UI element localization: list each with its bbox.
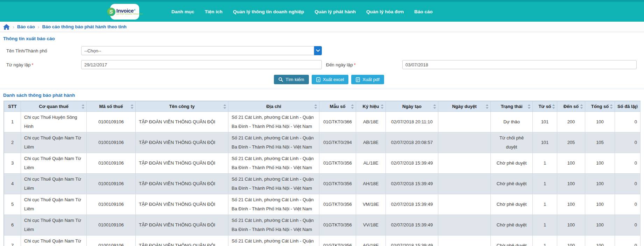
table-row[interactable]: 4Chi cục Thuế Quận Nam Từ Liêm0100109106… bbox=[4, 174, 641, 194]
table-row[interactable]: 6Chi cục Thuế Quận Nam Từ Liêm0100109106… bbox=[4, 215, 641, 236]
cell-tu-so: 1 bbox=[533, 153, 557, 174]
cell-ten-cong-ty: TẬP ĐOÀN VIỄN THÔNG QUÂN ĐỘI bbox=[136, 215, 228, 236]
nav-item-1[interactable]: Danh mục bbox=[171, 9, 194, 14]
cell-ma-so-thue: 0100109106 bbox=[87, 236, 136, 246]
col-header-dia-chi[interactable]: Địa chỉ bbox=[228, 101, 319, 112]
from-date-input[interactable] bbox=[81, 60, 322, 69]
col-header-ngay-duyet[interactable]: Ngày duyệt bbox=[438, 101, 491, 112]
col-header-label: Tên công ty bbox=[169, 104, 195, 109]
sort-icon[interactable] bbox=[433, 104, 436, 109]
cell-stt: 5 bbox=[4, 194, 21, 215]
table-row[interactable]: 3Chi cục Thuế Quận Nam Từ Liêm0100109106… bbox=[4, 153, 641, 174]
cell-mau-so: 01GTKT0/356 bbox=[319, 215, 356, 236]
cell-ten-cong-ty: TẬP ĐOÀN VIỄN THÔNG QUÂN ĐỘI bbox=[136, 194, 228, 215]
col-header-co-quan-thue[interactable]: Cơ quan thuế bbox=[21, 101, 87, 112]
sort-icon[interactable] bbox=[82, 104, 85, 109]
col-header-ten-cong-ty[interactable]: Tên công ty bbox=[136, 101, 228, 112]
app-logo[interactable]: S Invoice» GIẢI PHÁP HÓA ĐƠN THÔNG MINH bbox=[110, 4, 139, 20]
sort-icon[interactable] bbox=[528, 104, 531, 109]
main-navigation: Danh mụcTiện íchQuản lý thông tin doanh … bbox=[171, 9, 433, 14]
col-header-label: Mã số thuế bbox=[99, 104, 123, 109]
nav-item-6[interactable]: Báo cáo bbox=[414, 9, 433, 14]
sort-icon[interactable] bbox=[552, 104, 555, 109]
cell-co-quan-thue: Chi cục Thuế Quận Nam Từ Liêm bbox=[21, 132, 87, 153]
col-header-label: Mẫu số bbox=[330, 104, 346, 109]
cell-so-da-lap: 0 bbox=[615, 215, 641, 236]
province-dropdown-button[interactable] bbox=[314, 46, 322, 55]
cell-ten-cong-ty: TẬP ĐOÀN VIỄN THÔNG QUÂN ĐỘI bbox=[136, 153, 228, 174]
nav-item-4[interactable]: Quản lý phát hành bbox=[314, 9, 356, 14]
cell-trang-thai: Chờ phê duyệt bbox=[491, 153, 533, 174]
cell-tong-so: 100 bbox=[585, 194, 615, 215]
table-row[interactable]: 1Chi cục Thuế Huyện Sông Hinh0100109106T… bbox=[4, 112, 641, 132]
sort-icon[interactable] bbox=[635, 104, 638, 109]
cell-ma-so-thue: 0100109106 bbox=[87, 174, 136, 194]
cell-tong-so: 100 bbox=[585, 215, 615, 236]
from-date-label: Từ ngày lập* bbox=[0, 62, 81, 67]
search-icon bbox=[278, 77, 283, 82]
breadcrumb-bao-cao[interactable]: Báo cáo bbox=[17, 24, 35, 29]
logo-tagline: GIẢI PHÁP HÓA ĐƠN THÔNG MINH bbox=[116, 14, 143, 15]
nav-item-2[interactable]: Tiện ích bbox=[205, 9, 222, 14]
cell-so-da-lap: 0 bbox=[615, 194, 641, 215]
logo-s-icon: S bbox=[107, 8, 115, 16]
table-row[interactable]: 2Chi cục Thuế Quận Nam Từ Liêm0100109106… bbox=[4, 132, 641, 153]
table-row[interactable]: 5Chi cục Thuế Quận Nam Từ Liêm0100109106… bbox=[4, 194, 641, 215]
nav-item-5[interactable]: Quản lý hóa đơn bbox=[366, 9, 404, 14]
excel-file-icon: x bbox=[316, 77, 320, 82]
col-header-label: Địa chỉ bbox=[266, 104, 281, 109]
sort-icon[interactable] bbox=[351, 104, 354, 109]
breadcrumb: › Báo cáo › Báo cáo thông báo phát hành … bbox=[0, 22, 644, 32]
export-excel-button[interactable]: x Xuất excel bbox=[312, 75, 349, 84]
col-header-ngay-tao[interactable]: Ngày tạo bbox=[386, 101, 438, 112]
release-list-panel: Danh sách thông báo phát hành STTCơ quan… bbox=[0, 93, 644, 246]
province-select[interactable]: --Chọn-- bbox=[81, 46, 322, 55]
required-marker: * bbox=[31, 62, 33, 67]
cell-trang-thai: Chờ phê duyệt bbox=[491, 215, 533, 236]
cell-co-quan-thue: Chi cục Thuế Quận Nam Từ Liêm bbox=[21, 215, 87, 236]
search-button[interactable]: Tìm kiếm bbox=[274, 75, 309, 84]
nav-item-3[interactable]: Quản lý thông tin doanh nghiệp bbox=[233, 9, 304, 14]
cell-ky-hieu: AG/18E bbox=[356, 236, 386, 246]
cell-ky-hieu: AB/18E bbox=[356, 132, 386, 153]
cell-mau-so: 01GTKT0/356 bbox=[319, 153, 356, 174]
report-export-panel: Thông tin xuất báo cáo Tên Tỉnh/Thành ph… bbox=[0, 36, 644, 89]
required-marker: * bbox=[354, 62, 356, 67]
col-header-label: Cơ quan thuế bbox=[39, 104, 68, 109]
sort-icon[interactable] bbox=[314, 104, 317, 109]
sort-icon[interactable] bbox=[130, 104, 134, 109]
sort-icon[interactable] bbox=[580, 104, 583, 109]
home-icon[interactable] bbox=[3, 24, 10, 30]
sort-icon[interactable] bbox=[223, 104, 226, 109]
col-header-tu-so[interactable]: Từ số bbox=[533, 101, 557, 112]
cell-ngay-duyet bbox=[438, 153, 491, 174]
col-header-tong-so[interactable]: Tổng số bbox=[585, 101, 615, 112]
col-header-den-so[interactable]: Đến số bbox=[557, 101, 585, 112]
cell-tu-so: 1 bbox=[533, 174, 557, 194]
export-pdf-button[interactable]: Xuất pdf bbox=[351, 75, 384, 84]
sort-icon[interactable] bbox=[381, 104, 384, 109]
to-date-input[interactable] bbox=[402, 60, 637, 69]
table-row[interactable]: 7Chi cục Thuế Quận Nam Từ Liêm0100109106… bbox=[4, 236, 641, 246]
col-header-ma-so-thue[interactable]: Mã số thuế bbox=[87, 101, 136, 112]
col-header-trang-thai[interactable]: Trạng thái bbox=[491, 101, 533, 112]
breadcrumb-separator-icon: › bbox=[38, 24, 40, 29]
cell-ma-so-thue: 0100109106 bbox=[87, 112, 136, 132]
to-date-label: Đến ngày lập* bbox=[322, 62, 402, 67]
cell-trang-thai: Dự thảo bbox=[491, 112, 533, 132]
cell-ky-hieu: AL/18E bbox=[356, 153, 386, 174]
sort-icon[interactable] bbox=[486, 104, 489, 109]
col-header-so-da-lap[interactable]: Số đã lập bbox=[615, 101, 641, 112]
cell-den-so: 100 bbox=[557, 215, 585, 236]
cell-mau-so: 01GTKT0/356 bbox=[319, 174, 356, 194]
cell-so-da-lap: 0 bbox=[615, 236, 641, 246]
cell-so-da-lap: 0 bbox=[615, 174, 641, 194]
sort-icon[interactable] bbox=[610, 104, 613, 109]
form-section-title: Thông tin xuất báo cáo bbox=[3, 36, 644, 41]
logo-wordmark: Invoice» bbox=[116, 8, 143, 13]
cell-trang-thai: Từ chối phê duyệt bbox=[491, 132, 533, 153]
breadcrumb-current[interactable]: Báo cáo thông báo phát hành theo tỉnh bbox=[42, 24, 127, 29]
col-header-mau-so[interactable]: Mẫu số bbox=[319, 101, 356, 112]
cell-trang-thai: Chờ phê duyệt bbox=[491, 194, 533, 215]
col-header-ky-hieu[interactable]: Ký hiệu bbox=[356, 101, 386, 112]
